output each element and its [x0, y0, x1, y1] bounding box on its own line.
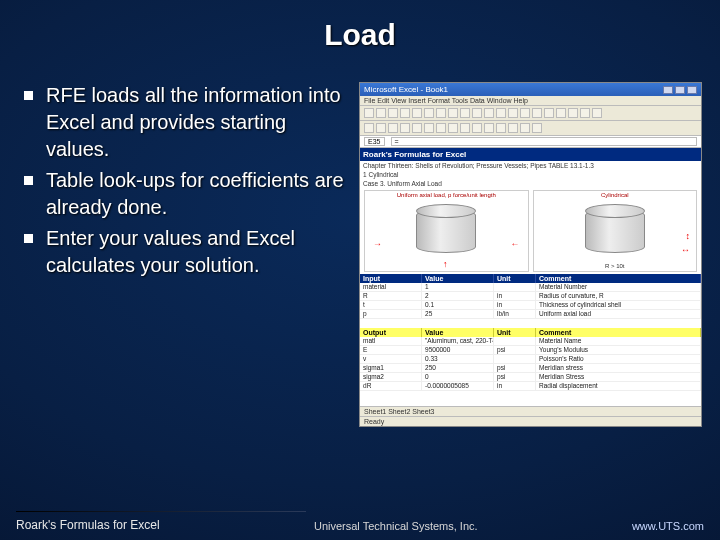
cell: t: [360, 301, 422, 310]
cell: 0.33: [422, 355, 494, 364]
toolbar-icon: [520, 108, 530, 118]
cell: [494, 355, 536, 364]
input-row: material1Material Number: [360, 283, 701, 292]
hdr-input: Input: [360, 274, 422, 283]
cell: [494, 283, 536, 292]
toolbar-icon: [364, 108, 374, 118]
formula-field: =: [391, 137, 698, 146]
output-row: sigma1250psiMeridian stress: [360, 364, 701, 373]
cell: Radius of curvature, R: [536, 292, 701, 301]
diagram-left: Uniform axial load, p force/unit length …: [364, 190, 528, 272]
sheet-tabs: Sheet1 Sheet2 Sheet3: [360, 406, 701, 416]
cell: psi: [494, 373, 536, 382]
toolbar-icon: [544, 108, 554, 118]
toolbar-icon: [364, 123, 374, 133]
cell: E: [360, 346, 422, 355]
toolbar-icon: [400, 123, 410, 133]
toolbar-icon: [436, 108, 446, 118]
toolbar-icon: [424, 123, 434, 133]
input-row: p25lb/inUniform axial load: [360, 310, 701, 319]
hdr-comment: Comment: [536, 328, 701, 337]
toolbar-icon: [508, 108, 518, 118]
hdr-unit: Unit: [494, 328, 536, 337]
formula-bar: E35 =: [360, 136, 701, 148]
hdr-value: Value: [422, 328, 494, 337]
cell: in: [494, 382, 536, 391]
toolbar: [360, 106, 701, 121]
toolbar-icon: [460, 108, 470, 118]
toolbar-icon: [412, 108, 422, 118]
arrow-icon: ↕: [686, 231, 691, 241]
cell: Meridian Stress: [536, 373, 701, 382]
content-row: RFE loads all the information into Excel…: [0, 52, 720, 427]
footer-link[interactable]: www.UTS.com: [632, 520, 704, 532]
cell: p: [360, 310, 422, 319]
toolbar-icon: [472, 123, 482, 133]
bullet-list: RFE loads all the information into Excel…: [18, 82, 351, 427]
output-row: matl"Aluminum, cast, 220-T4"Material Nam…: [360, 337, 701, 346]
diagram-note: R > 10t: [534, 263, 696, 269]
diagram-left-label: Uniform axial load, p force/unit length: [365, 191, 527, 199]
bullet-item: Table look-ups for coefficients are alre…: [18, 167, 351, 221]
diagram-right: Cylindrical ↕ ↔ R > 10t: [533, 190, 697, 272]
status-bar: Ready: [360, 416, 701, 426]
footer-mid: Universal Technical Systems, Inc.: [314, 520, 478, 532]
app-title: Microsoft Excel - Book1: [364, 85, 448, 94]
cell: Thickness of cylindrical shell: [536, 301, 701, 310]
toolbar-icon: [520, 123, 530, 133]
cell: 2: [422, 292, 494, 301]
hdr-output: Output: [360, 328, 422, 337]
toolbar-icon: [568, 108, 578, 118]
toolbar-icon: [496, 123, 506, 133]
cylinder-icon: [585, 209, 645, 253]
cell: "Aluminum, cast, 220-T4": [422, 337, 494, 346]
cell: in: [494, 292, 536, 301]
cell: sigma2: [360, 373, 422, 382]
toolbar-icon: [472, 108, 482, 118]
slide-title: Load: [0, 0, 720, 52]
cell: dR: [360, 382, 422, 391]
hdr-comment: Comment: [536, 274, 701, 283]
window-titlebar: Microsoft Excel - Book1: [360, 83, 701, 96]
cell: psi: [494, 364, 536, 373]
footer-left: Roark's Formulas for Excel: [16, 518, 160, 532]
toolbar-icon: [376, 108, 386, 118]
cell: Material Name: [536, 337, 701, 346]
toolbar-icon: [388, 123, 398, 133]
worksheet: Roark's Formulas for Excel Chapter Thirt…: [360, 148, 701, 406]
toolbar-icon: [448, 108, 458, 118]
chapter-line: Chapter Thirteen: Shells of Revolution; …: [360, 161, 701, 170]
excel-screenshot: Microsoft Excel - Book1 File Edit View I…: [359, 82, 702, 427]
arrow-icon: →: [373, 239, 382, 249]
toolbar-icon: [532, 123, 542, 133]
cell: material: [360, 283, 422, 292]
sheet-banner: Roark's Formulas for Excel: [360, 148, 701, 161]
toolbar-icon: [388, 108, 398, 118]
cell: Uniform axial load: [536, 310, 701, 319]
output-row: E9500000psiYoung's Modulus: [360, 346, 701, 355]
toolbar-icon: [376, 123, 386, 133]
cell: 0.1: [422, 301, 494, 310]
cell: Meridian stress: [536, 364, 701, 373]
cell: Young's Modulus: [536, 346, 701, 355]
input-header: Input Value Unit Comment: [360, 274, 701, 283]
cell: -0.0000005085: [422, 382, 494, 391]
format-toolbar: [360, 121, 701, 136]
cell: matl: [360, 337, 422, 346]
toolbar-icon: [508, 123, 518, 133]
hdr-value: Value: [422, 274, 494, 283]
menu-bar: File Edit View Insert Format Tools Data …: [360, 96, 701, 106]
cell: [494, 337, 536, 346]
minimize-icon: [663, 86, 673, 94]
toolbar-icon: [580, 108, 590, 118]
diagram-row: Uniform axial load, p force/unit length …: [360, 188, 701, 274]
cell: sigma1: [360, 364, 422, 373]
toolbar-icon: [400, 108, 410, 118]
toolbar-icon: [484, 123, 494, 133]
bullet-item: Enter your values and Excel calculates y…: [18, 225, 351, 279]
cylinder-icon: [416, 209, 476, 253]
bullet-item: RFE loads all the information into Excel…: [18, 82, 351, 163]
toolbar-icon: [412, 123, 422, 133]
toolbar-icon: [460, 123, 470, 133]
cell: in: [494, 301, 536, 310]
